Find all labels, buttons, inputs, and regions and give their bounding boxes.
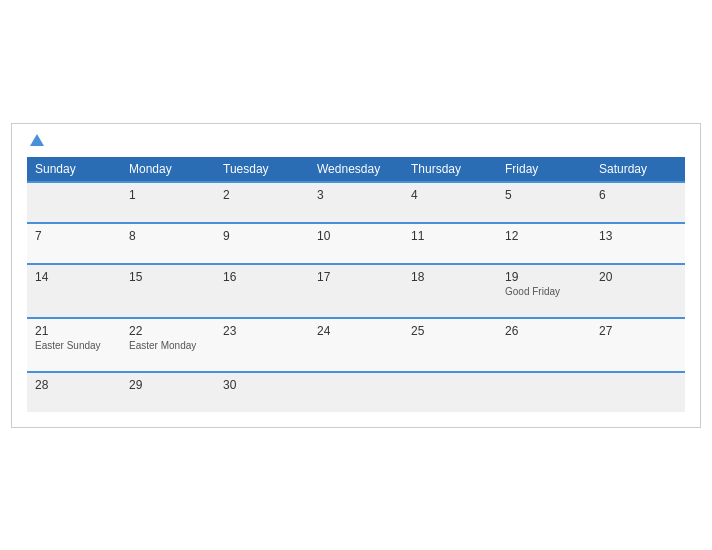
calendar-cell: 12 bbox=[497, 223, 591, 264]
calendar-cell: 25 bbox=[403, 318, 497, 372]
day-number: 30 bbox=[223, 378, 301, 392]
day-number: 11 bbox=[411, 229, 489, 243]
calendar-header bbox=[27, 134, 685, 147]
day-number: 16 bbox=[223, 270, 301, 284]
calendar-cell: 23 bbox=[215, 318, 309, 372]
calendar-cell: 10 bbox=[309, 223, 403, 264]
day-number: 20 bbox=[599, 270, 677, 284]
calendar-cell: 6 bbox=[591, 182, 685, 223]
day-number: 21 bbox=[35, 324, 113, 338]
day-number: 28 bbox=[35, 378, 113, 392]
day-header-saturday: Saturday bbox=[591, 157, 685, 182]
week-row-2: 141516171819Good Friday20 bbox=[27, 264, 685, 318]
calendar-cell bbox=[591, 372, 685, 412]
day-number: 13 bbox=[599, 229, 677, 243]
day-header-wednesday: Wednesday bbox=[309, 157, 403, 182]
week-row-3: 21Easter Sunday22Easter Monday2324252627 bbox=[27, 318, 685, 372]
calendar-cell: 2 bbox=[215, 182, 309, 223]
calendar-cell: 14 bbox=[27, 264, 121, 318]
day-number: 25 bbox=[411, 324, 489, 338]
calendar-cell: 9 bbox=[215, 223, 309, 264]
calendar-cell: 20 bbox=[591, 264, 685, 318]
day-number: 24 bbox=[317, 324, 395, 338]
logo bbox=[27, 134, 44, 147]
day-number: 8 bbox=[129, 229, 207, 243]
logo-general-text bbox=[27, 134, 44, 147]
day-number: 27 bbox=[599, 324, 677, 338]
calendar-cell: 3 bbox=[309, 182, 403, 223]
logo-triangle-icon bbox=[30, 134, 44, 146]
calendar-cell: 15 bbox=[121, 264, 215, 318]
calendar-cell: 18 bbox=[403, 264, 497, 318]
calendar-cell: 28 bbox=[27, 372, 121, 412]
calendar-thead: SundayMondayTuesdayWednesdayThursdayFrid… bbox=[27, 157, 685, 182]
calendar-tbody: 12345678910111213141516171819Good Friday… bbox=[27, 182, 685, 412]
calendar-cell: 8 bbox=[121, 223, 215, 264]
calendar-cell: 27 bbox=[591, 318, 685, 372]
day-header-friday: Friday bbox=[497, 157, 591, 182]
day-header-monday: Monday bbox=[121, 157, 215, 182]
calendar-cell: 1 bbox=[121, 182, 215, 223]
holiday-label: Easter Sunday bbox=[35, 340, 113, 351]
calendar-cell: 5 bbox=[497, 182, 591, 223]
calendar-grid: SundayMondayTuesdayWednesdayThursdayFrid… bbox=[27, 157, 685, 412]
calendar-cell: 22Easter Monday bbox=[121, 318, 215, 372]
holiday-label: Good Friday bbox=[505, 286, 583, 297]
calendar-cell bbox=[27, 182, 121, 223]
day-number: 15 bbox=[129, 270, 207, 284]
calendar-cell: 30 bbox=[215, 372, 309, 412]
week-row-1: 78910111213 bbox=[27, 223, 685, 264]
day-number: 26 bbox=[505, 324, 583, 338]
holiday-label: Easter Monday bbox=[129, 340, 207, 351]
day-number: 7 bbox=[35, 229, 113, 243]
calendar-cell: 11 bbox=[403, 223, 497, 264]
day-number: 14 bbox=[35, 270, 113, 284]
calendar-cell: 19Good Friday bbox=[497, 264, 591, 318]
calendar-cell: 29 bbox=[121, 372, 215, 412]
day-number: 29 bbox=[129, 378, 207, 392]
calendar-container: SundayMondayTuesdayWednesdayThursdayFrid… bbox=[11, 123, 701, 428]
day-number: 22 bbox=[129, 324, 207, 338]
day-number: 4 bbox=[411, 188, 489, 202]
day-number: 18 bbox=[411, 270, 489, 284]
day-header-sunday: Sunday bbox=[27, 157, 121, 182]
day-number: 5 bbox=[505, 188, 583, 202]
calendar-cell bbox=[403, 372, 497, 412]
day-number: 12 bbox=[505, 229, 583, 243]
week-row-4: 282930 bbox=[27, 372, 685, 412]
day-header-tuesday: Tuesday bbox=[215, 157, 309, 182]
day-number: 6 bbox=[599, 188, 677, 202]
day-number: 10 bbox=[317, 229, 395, 243]
calendar-cell: 21Easter Sunday bbox=[27, 318, 121, 372]
day-number: 9 bbox=[223, 229, 301, 243]
week-row-0: 123456 bbox=[27, 182, 685, 223]
calendar-cell bbox=[309, 372, 403, 412]
calendar-cell: 24 bbox=[309, 318, 403, 372]
calendar-cell: 7 bbox=[27, 223, 121, 264]
day-number: 17 bbox=[317, 270, 395, 284]
calendar-cell: 17 bbox=[309, 264, 403, 318]
calendar-cell: 4 bbox=[403, 182, 497, 223]
day-number: 3 bbox=[317, 188, 395, 202]
day-number: 23 bbox=[223, 324, 301, 338]
calendar-cell bbox=[497, 372, 591, 412]
day-number: 1 bbox=[129, 188, 207, 202]
calendar-cell: 26 bbox=[497, 318, 591, 372]
calendar-cell: 16 bbox=[215, 264, 309, 318]
day-number: 19 bbox=[505, 270, 583, 284]
day-number: 2 bbox=[223, 188, 301, 202]
day-header-thursday: Thursday bbox=[403, 157, 497, 182]
calendar-cell: 13 bbox=[591, 223, 685, 264]
day-header-row: SundayMondayTuesdayWednesdayThursdayFrid… bbox=[27, 157, 685, 182]
